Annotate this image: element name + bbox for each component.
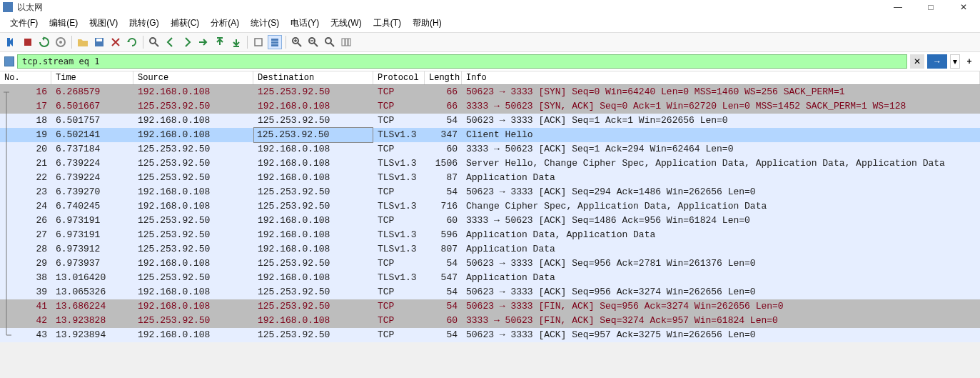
cell-protocol: TCP bbox=[373, 185, 425, 199]
packet-row[interactable]: 176.501667125.253.92.50192.168.0.108TCP6… bbox=[0, 99, 980, 114]
packet-row[interactable]: 276.973191125.253.92.50192.168.0.108TLSv… bbox=[0, 228, 980, 242]
packet-row[interactable]: 166.268579192.168.0.108125.253.92.50TCP6… bbox=[0, 85, 980, 99]
packet-row[interactable]: 226.739224125.253.92.50192.168.0.108TLSv… bbox=[0, 171, 980, 185]
packet-row[interactable]: 246.740245192.168.0.108125.253.92.50TLSv… bbox=[0, 199, 980, 214]
col-info[interactable]: Info bbox=[462, 71, 980, 84]
close-button[interactable]: ✕ bbox=[947, 0, 980, 14]
go-last-button[interactable] bbox=[229, 35, 243, 49]
cell-no: 20 bbox=[0, 142, 51, 156]
packet-row[interactable]: 206.737184125.253.92.50192.168.0.108TCP6… bbox=[0, 142, 980, 156]
cell-source: 192.168.0.108 bbox=[133, 128, 253, 142]
menu-item[interactable]: 帮助(H) bbox=[408, 16, 446, 31]
cell-time: 13.065326 bbox=[51, 285, 133, 299]
cell-time: 13.923828 bbox=[51, 314, 133, 328]
save-file-button[interactable] bbox=[92, 35, 106, 49]
menu-item[interactable]: 视图(V) bbox=[85, 16, 122, 31]
col-destination[interactable]: Destination bbox=[253, 71, 373, 84]
filter-apply-button[interactable]: → bbox=[927, 54, 947, 69]
packet-row[interactable]: 3913.065326192.168.0.108125.253.92.50TCP… bbox=[0, 285, 980, 299]
col-source[interactable]: Source bbox=[133, 71, 253, 84]
autoscroll-button[interactable] bbox=[251, 35, 266, 49]
resize-columns-button[interactable] bbox=[339, 35, 353, 49]
packet-row[interactable]: 196.502141192.168.0.108125.253.92.50TLSv… bbox=[0, 128, 980, 142]
start-capture-button[interactable] bbox=[4, 35, 19, 49]
filter-add-button[interactable]: + bbox=[963, 54, 976, 69]
packet-row[interactable]: 266.973191125.253.92.50192.168.0.108TCP6… bbox=[0, 214, 980, 228]
menu-item[interactable]: 跳转(G) bbox=[125, 16, 163, 31]
conversation-line-icon bbox=[1, 128, 11, 142]
menu-item[interactable]: 统计(S) bbox=[246, 16, 283, 31]
stop-capture-button[interactable] bbox=[21, 35, 35, 49]
zoom-reset-button[interactable] bbox=[323, 35, 337, 49]
filter-bookmark-icon[interactable] bbox=[4, 56, 14, 66]
titlebar: 以太网 bbox=[0, 0, 980, 14]
cell-source: 125.253.92.50 bbox=[133, 228, 253, 242]
cell-time: 6.501667 bbox=[51, 99, 133, 114]
window-buttons: — □ ✕ bbox=[882, 0, 980, 14]
zoom-out-button[interactable] bbox=[306, 35, 320, 49]
cell-source: 192.168.0.108 bbox=[133, 185, 253, 199]
cell-length: 60 bbox=[425, 142, 462, 156]
filter-clear-button[interactable]: ✕ bbox=[910, 54, 924, 69]
svg-rect-24 bbox=[348, 39, 350, 46]
close-file-button[interactable] bbox=[108, 35, 123, 49]
restart-capture-button[interactable] bbox=[37, 35, 51, 49]
packet-row[interactable]: 286.973912125.253.92.50192.168.0.108TLSv… bbox=[0, 242, 980, 257]
cell-length: 54 bbox=[425, 185, 462, 199]
menu-item[interactable]: 无线(W) bbox=[326, 16, 365, 31]
go-first-button[interactable] bbox=[213, 35, 227, 49]
cell-destination: 125.253.92.50 bbox=[253, 185, 373, 199]
cell-destination: 125.253.92.50 bbox=[253, 127, 373, 143]
cell-time: 6.737184 bbox=[51, 142, 133, 156]
menu-item[interactable]: 编辑(E) bbox=[45, 16, 82, 31]
go-to-packet-button[interactable] bbox=[196, 35, 211, 49]
capture-options-button[interactable] bbox=[54, 35, 68, 49]
filter-history-dropdown[interactable]: ▾ bbox=[950, 54, 960, 69]
packet-row[interactable]: 4213.923828125.253.92.50192.168.0.108TCP… bbox=[0, 314, 980, 328]
col-time[interactable]: Time bbox=[51, 71, 133, 84]
menu-item[interactable]: 文件(F) bbox=[6, 16, 42, 31]
go-forward-button[interactable] bbox=[180, 35, 194, 49]
zoom-in-button[interactable] bbox=[290, 35, 304, 49]
packet-row[interactable]: 296.973937192.168.0.108125.253.92.50TCP5… bbox=[0, 257, 980, 271]
display-filter-bar: ✕ → ▾ + bbox=[0, 52, 980, 71]
cell-protocol: TLSv1.3 bbox=[373, 242, 425, 257]
menu-item[interactable]: 工具(T) bbox=[369, 16, 405, 31]
go-back-button[interactable] bbox=[163, 35, 178, 49]
menu-item[interactable]: 分析(A) bbox=[206, 16, 243, 31]
cell-destination: 125.253.92.50 bbox=[253, 114, 373, 128]
packet-row[interactable]: 4313.923894192.168.0.108125.253.92.50TCP… bbox=[0, 328, 980, 342]
menu-item[interactable]: 电话(Y) bbox=[286, 16, 323, 31]
packet-row[interactable]: 236.739270192.168.0.108125.253.92.50TCP5… bbox=[0, 185, 980, 199]
packet-list[interactable]: 166.268579192.168.0.108125.253.92.50TCP6… bbox=[0, 85, 980, 342]
cell-protocol: TLSv1.3 bbox=[373, 128, 425, 142]
col-no[interactable]: No. bbox=[0, 71, 51, 84]
reload-button[interactable] bbox=[125, 35, 139, 49]
cell-protocol: TCP bbox=[373, 299, 425, 314]
cell-destination: 192.168.0.108 bbox=[253, 271, 373, 285]
cell-no: 17 bbox=[0, 99, 51, 114]
packet-row[interactable]: 216.739224125.253.92.50192.168.0.108TLSv… bbox=[0, 156, 980, 171]
cell-protocol: TCP bbox=[373, 142, 425, 156]
find-packet-button[interactable] bbox=[147, 35, 161, 49]
cell-no: 26 bbox=[0, 214, 51, 228]
packet-row[interactable]: 186.501757192.168.0.108125.253.92.50TCP5… bbox=[0, 114, 980, 128]
open-file-button[interactable] bbox=[76, 35, 90, 49]
conversation-line-icon bbox=[1, 299, 11, 314]
menu-item[interactable]: 捕获(C) bbox=[166, 16, 204, 31]
minimize-button[interactable]: — bbox=[882, 0, 914, 14]
packet-row[interactable]: 3813.016420125.253.92.50192.168.0.108TLS… bbox=[0, 271, 980, 285]
col-protocol[interactable]: Protocol bbox=[373, 71, 425, 84]
packet-row[interactable]: 4113.686224192.168.0.108125.253.92.50TCP… bbox=[0, 299, 980, 314]
col-length[interactable]: Length bbox=[425, 71, 462, 84]
colorize-button[interactable] bbox=[268, 35, 282, 49]
cell-length: 66 bbox=[425, 99, 462, 114]
svg-rect-10 bbox=[271, 39, 278, 41]
menubar: 文件(F)编辑(E)视图(V)跳转(G)捕获(C)分析(A)统计(S)电话(Y)… bbox=[0, 14, 980, 33]
maximize-button[interactable]: □ bbox=[914, 0, 947, 14]
conversation-line-icon bbox=[1, 314, 11, 328]
display-filter-input[interactable] bbox=[17, 54, 907, 69]
svg-line-18 bbox=[314, 43, 318, 46]
cell-destination: 192.168.0.108 bbox=[253, 99, 373, 114]
cell-length: 60 bbox=[425, 314, 462, 328]
